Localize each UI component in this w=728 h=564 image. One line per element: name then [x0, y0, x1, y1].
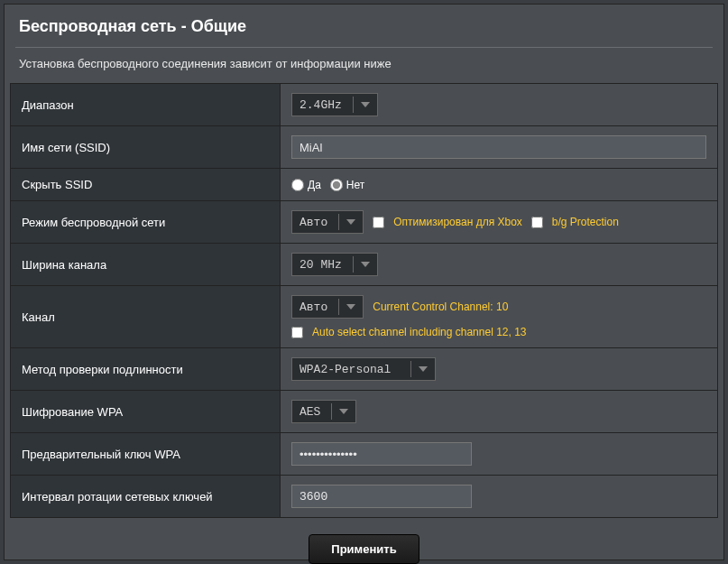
- panel-title: Беспроводная сеть - Общие: [5, 5, 723, 43]
- row-ssid: Имя сети (SSID): [11, 126, 718, 169]
- row-hide-ssid: Скрыть SSID Да Нет: [11, 169, 718, 201]
- chevron-down-icon: [419, 366, 428, 372]
- rotation-input[interactable]: [291, 485, 472, 508]
- label-band: Диапазон: [11, 84, 281, 126]
- row-wpa-enc: Шифрование WPA AES: [11, 391, 718, 433]
- row-rotation: Интервал ротации сетевых ключей: [11, 476, 718, 518]
- current-channel-text: Current Control Channel: 10: [373, 300, 508, 313]
- auth-select-value: WPA2-Personal: [299, 363, 391, 376]
- bg-protection-checkbox[interactable]: [531, 217, 543, 228]
- xbox-label: Оптимизирован для Xbox: [393, 216, 522, 228]
- label-channel: Канал: [11, 286, 281, 348]
- wpa-enc-select[interactable]: AES: [291, 400, 356, 423]
- ssid-input[interactable]: [291, 135, 706, 159]
- width-select-value: 20 MHz: [299, 258, 342, 272]
- row-wpa-key: Предварительный ключ WPA: [11, 433, 718, 476]
- hide-ssid-radios: Да Нет: [291, 179, 706, 191]
- row-mode: Режим беспроводной сети Авто Оптимизиров…: [11, 201, 718, 244]
- label-rotation: Интервал ротации сетевых ключей: [11, 476, 281, 518]
- wireless-settings-panel: Беспроводная сеть - Общие Установка бесп…: [4, 4, 724, 560]
- auth-select[interactable]: WPA2-Personal: [291, 357, 436, 381]
- label-width: Ширина канала: [11, 244, 281, 286]
- row-auth: Метод проверки подлинности WPA2-Personal: [11, 348, 718, 391]
- divider: [15, 47, 713, 48]
- row-band: Диапазон 2.4GHz: [11, 84, 718, 126]
- hide-ssid-no-label: Нет: [346, 179, 364, 191]
- label-wpa-enc: Шифрование WPA: [11, 391, 281, 433]
- chevron-down-icon: [361, 102, 370, 107]
- wpa-enc-select-value: AES: [299, 405, 320, 419]
- label-ssid: Имя сети (SSID): [11, 126, 281, 169]
- label-auth: Метод проверки подлинности: [11, 348, 281, 391]
- hide-ssid-yes-label: Да: [308, 179, 321, 191]
- wpa-key-input[interactable]: [291, 442, 472, 466]
- chevron-down-icon: [339, 409, 348, 414]
- channel-select-value: Авто: [299, 300, 327, 314]
- row-width: Ширина канала 20 MHz: [11, 244, 718, 286]
- panel-subtitle: Установка беспроводного соединения завис…: [5, 57, 723, 83]
- band-select-value: 2.4GHz: [299, 98, 342, 112]
- width-select[interactable]: 20 MHz: [291, 253, 378, 276]
- xbox-checkbox[interactable]: [373, 217, 384, 228]
- settings-table: Диапазон 2.4GHz Имя сети (SSID) Скрыть S…: [10, 83, 718, 518]
- mode-select[interactable]: Авто: [291, 210, 364, 234]
- chevron-down-icon: [361, 262, 370, 267]
- hide-ssid-no-radio[interactable]: [330, 179, 343, 191]
- mode-select-value: Авто: [299, 216, 327, 229]
- channel-select[interactable]: Авто: [291, 295, 364, 319]
- apply-button[interactable]: Применить: [309, 534, 419, 564]
- band-select[interactable]: 2.4GHz: [291, 93, 378, 116]
- hide-ssid-yes-radio[interactable]: [291, 179, 304, 191]
- label-mode: Режим беспроводной сети: [11, 201, 281, 244]
- auto-channel-checkbox[interactable]: [291, 327, 303, 338]
- label-wpa-key: Предварительный ключ WPA: [11, 433, 281, 476]
- chevron-down-icon: [346, 219, 355, 225]
- auto-channel-label: Auto select channel including channel 12…: [312, 326, 527, 338]
- label-hide-ssid: Скрыть SSID: [11, 169, 281, 201]
- bg-protection-label: b/g Protection: [552, 216, 619, 228]
- row-channel: Канал Авто Current Control Channel: 10 A…: [11, 286, 718, 348]
- chevron-down-icon: [346, 304, 355, 310]
